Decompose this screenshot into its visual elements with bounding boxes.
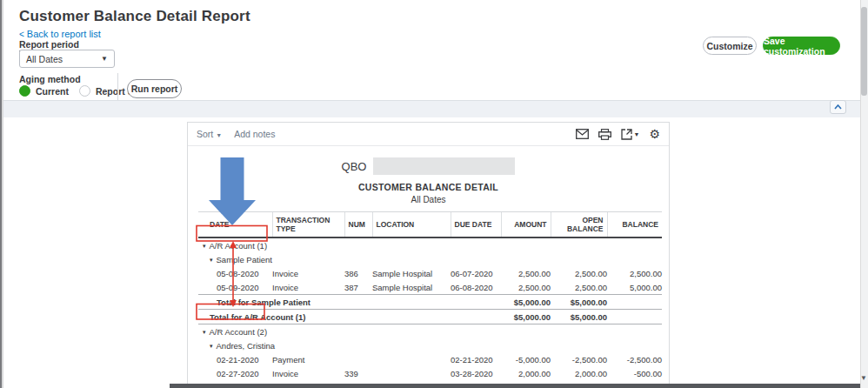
col-due-date: DUE DATE xyxy=(451,212,501,238)
total-amount: $5,000.00 xyxy=(501,295,551,310)
table-header-row: DATE TRANSACTION TYPE NUM LOCATION DUE D… xyxy=(198,212,662,238)
cell-date: 05-08-2020 xyxy=(198,266,272,280)
cell-num: 386 xyxy=(344,266,372,280)
report-card: Sort ▼ Add notes ▼ ⚙ QBO CU xyxy=(187,122,670,388)
report-period-select[interactable]: All Dates ▼ xyxy=(19,50,115,68)
divider xyxy=(117,73,118,103)
report-table: DATE TRANSACTION TYPE NUM LOCATION DUE D… xyxy=(198,211,662,388)
add-notes-link[interactable]: Add notes xyxy=(234,129,275,139)
cell-num: 339 xyxy=(344,366,372,380)
total-row: Total for Sample Patient$5,000.00$5,000.… xyxy=(198,295,662,310)
row-label: Andres, Cristina xyxy=(217,341,276,351)
collapse-strip xyxy=(3,100,860,117)
col-amount: AMOUNT xyxy=(501,212,551,238)
run-report-button[interactable]: Run report xyxy=(127,79,182,98)
cell-date: 05-09-2020 xyxy=(198,280,272,295)
toolbar-icons: ▼ ⚙ xyxy=(576,128,661,140)
col-transaction-type: TRANSACTION TYPE xyxy=(272,212,344,238)
report-toolbar: Sort ▼ Add notes ▼ ⚙ xyxy=(188,123,669,146)
collapse-panel-button[interactable] xyxy=(830,100,846,114)
cell-balance: 2,500.00 xyxy=(607,266,662,280)
cell-date: 02-27-2020 xyxy=(198,366,272,380)
total-amount: $5,000.00 xyxy=(501,310,551,324)
total-label: Total for A/R Account (1) xyxy=(198,310,501,324)
radio-current[interactable] xyxy=(19,85,30,97)
customer-row-andres-cristina[interactable]: ▾Andres, Cristina xyxy=(198,338,662,352)
transaction-row[interactable]: 02-21-2020Payment02-21-2020-5,000.00-2,5… xyxy=(198,352,662,366)
chevron-up-icon xyxy=(834,104,842,110)
bottom-scroll-strip xyxy=(170,384,860,388)
cell-transaction-type: Invoice xyxy=(272,280,344,295)
total-balance xyxy=(607,295,662,310)
app-window: Customer Balance Detail Report <Back to … xyxy=(0,0,868,388)
back-link-label: Back to report list xyxy=(27,29,101,39)
back-chevron-icon: < xyxy=(19,30,24,39)
cell-balance: 5,000.00 xyxy=(607,280,662,295)
report-title: CUSTOMER BALANCE DETAIL xyxy=(188,182,669,192)
radio-report-date[interactable] xyxy=(79,85,90,97)
page-title: Customer Balance Detail Report xyxy=(19,8,250,25)
cell-balance: -2,500.00 xyxy=(607,352,662,366)
save-customization-button[interactable]: Save customization xyxy=(763,37,840,55)
scrollbar-thumb[interactable] xyxy=(861,7,867,96)
col-num: NUM xyxy=(344,212,372,238)
aging-method-label: Aging method xyxy=(19,74,81,84)
cell-open-balance: 2,500.00 xyxy=(551,280,607,295)
cell-due-date: 02-21-2020 xyxy=(451,352,501,366)
company-name-redaction-box xyxy=(373,157,515,175)
group-row-a-r-account-2-[interactable]: ▾A/R Account (2) xyxy=(198,324,662,339)
report-subtitle: All Dates xyxy=(188,195,669,204)
customer-row-sample-patient[interactable]: ▾Sample Patient xyxy=(198,252,662,266)
email-icon[interactable] xyxy=(576,129,589,139)
total-balance xyxy=(607,310,662,324)
report-period-value: All Dates xyxy=(26,54,63,64)
company-prefix: QBO xyxy=(342,160,367,173)
collapse-caret-icon[interactable]: ▾ xyxy=(210,343,213,349)
print-icon[interactable] xyxy=(598,129,611,140)
collapse-caret-icon[interactable]: ▾ xyxy=(203,243,206,249)
group-row-a-r-account-1-[interactable]: ▾A/R Account (1) xyxy=(198,237,662,252)
row-label: Sample Patient xyxy=(217,255,272,264)
back-to-report-list-link[interactable]: <Back to report list xyxy=(19,29,101,39)
cell-amount: 2,000.00 xyxy=(501,366,551,380)
total-label: Total for Sample Patient xyxy=(198,295,501,310)
cell-balance: -500.00 xyxy=(607,366,662,380)
row-label: A/R Account (1) xyxy=(210,241,268,251)
cell-due-date: 03-28-2020 xyxy=(451,366,501,380)
col-open-balance: OPEN BALANCE xyxy=(551,212,607,238)
transaction-row[interactable]: 02-27-2020Invoice33903-28-20202,000.002,… xyxy=(198,366,662,380)
transaction-row[interactable]: 05-08-2020Invoice386Sample Hospital06-07… xyxy=(198,266,662,280)
row-label: A/R Account (2) xyxy=(210,327,268,337)
cell-due-date: 06-08-2020 xyxy=(451,280,501,295)
col-balance: BALANCE xyxy=(607,212,662,238)
cell-location: Sample Hospital xyxy=(372,280,451,295)
cell-location xyxy=(372,352,451,366)
chevron-down-icon: ▼ xyxy=(634,131,640,137)
col-location: LOCATION xyxy=(372,212,451,238)
customize-button[interactable]: Customize xyxy=(703,37,757,55)
vertical-scrollbar[interactable]: ▼ xyxy=(860,0,868,388)
sort-dropdown[interactable]: Sort ▼ xyxy=(197,129,222,139)
cell-transaction-type: Payment xyxy=(272,352,344,366)
chevron-down-icon: ▼ xyxy=(101,55,108,63)
report-header: QBO CUSTOMER BALANCE DETAIL All Dates xyxy=(188,157,669,204)
collapse-caret-icon[interactable]: ▾ xyxy=(210,257,213,263)
cell-num xyxy=(344,352,372,366)
cell-amount: 2,500.00 xyxy=(501,266,551,280)
collapse-caret-icon[interactable]: ▾ xyxy=(203,329,206,335)
settings-gear-icon[interactable]: ⚙ xyxy=(649,128,660,140)
scrollbar-down-arrow[interactable]: ▼ xyxy=(860,374,867,383)
cell-amount: 2,500.00 xyxy=(501,280,551,295)
total-open-balance: $5,000.00 xyxy=(551,295,607,310)
total-open-balance: $5,000.00 xyxy=(551,310,607,324)
chevron-down-icon: ▼ xyxy=(216,132,222,138)
cell-amount: -5,000.00 xyxy=(501,352,551,366)
cell-open-balance: 2,500.00 xyxy=(551,266,607,280)
radio-current-label[interactable]: Current xyxy=(36,86,69,97)
export-icon[interactable]: ▼ xyxy=(621,129,640,140)
cell-transaction-type: Invoice xyxy=(272,266,344,280)
cell-open-balance: -2,500.00 xyxy=(551,352,607,366)
cell-date: 02-21-2020 xyxy=(198,352,272,366)
total-row: Total for A/R Account (1)$5,000.00$5,000… xyxy=(198,310,662,324)
transaction-row[interactable]: 05-09-2020Invoice387Sample Hospital06-08… xyxy=(198,280,662,295)
